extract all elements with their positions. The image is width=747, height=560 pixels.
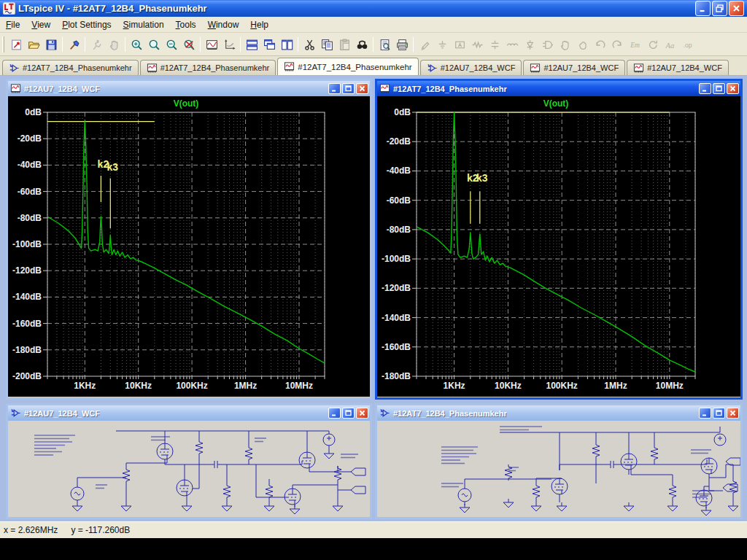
diode-icon: [524, 39, 536, 51]
fft-plot-12au7[interactable]: 0dB-20dB-40dB-60dB-80dB-100dB-120dB-140d…: [8, 96, 370, 397]
tab-5--12au7-12b4-wcf[interactable]: #12AU7_12B4_WCF: [627, 60, 729, 75]
toolbar-new-schematic-button[interactable]: [7, 36, 25, 53]
toolbar-open-button[interactable]: [25, 36, 42, 53]
svg-text:100KHz: 100KHz: [176, 381, 207, 391]
child-maximize-button[interactable]: [342, 83, 355, 94]
halt-icon: [108, 39, 120, 51]
child-minimize-button[interactable]: [699, 83, 711, 94]
child-maximize-button[interactable]: [342, 408, 355, 419]
child-title-bar[interactable]: #12AT7_12B4_Phasenumkehr: [377, 405, 740, 421]
child-close-button[interactable]: [356, 83, 368, 94]
child-title-bar[interactable]: #12AU7_12B4_WCF: [8, 81, 370, 96]
svg-text:-100dB: -100dB: [382, 254, 411, 264]
svg-text:10KHz: 10KHz: [495, 381, 522, 391]
svg-text:Em: Em: [630, 41, 640, 49]
svg-text:1MHz: 1MHz: [234, 381, 257, 391]
svg-text:10MHz: 10MHz: [285, 381, 313, 391]
menu-help[interactable]: Help: [244, 18, 274, 31]
waveform-pane[interactable]: 0dB-20dB-40dB-60dB-80dB-100dB-120dB-140d…: [377, 96, 740, 397]
svg-text:-140dB: -140dB: [12, 292, 42, 302]
spice-directive-icon: .op: [681, 39, 694, 51]
toolbar-separator: [62, 37, 63, 52]
inductor-icon: [506, 39, 519, 51]
child-minimize-button[interactable]: [328, 83, 341, 94]
cut-icon: [303, 39, 316, 51]
svg-text:-180dB: -180dB: [382, 371, 411, 381]
toolbar-inductor-button: [503, 36, 521, 53]
child-close-button[interactable]: [727, 83, 739, 94]
toolbar-mirror-button: Em: [626, 36, 643, 53]
child-title-bar[interactable]: #12AT7_12B4_Phasenumkehr: [377, 81, 740, 96]
minimize-button[interactable]: [695, 1, 711, 16]
menu-simulation[interactable]: Simulation: [117, 18, 170, 31]
menu-file[interactable]: File: [0, 18, 26, 31]
toolbar-print-button[interactable]: [393, 36, 411, 53]
child-title-bar[interactable]: #12AU7_12B4_WCF: [8, 405, 370, 421]
svg-text:Aa: Aa: [665, 41, 674, 49]
tab-0--12at7-12b4-phasenumkehr[interactable]: #12AT7_12B4_Phasenumkehr: [2, 60, 139, 75]
child-close-button[interactable]: [356, 408, 368, 419]
fft-plot-12at7[interactable]: 0dB-20dB-40dB-60dB-80dB-100dB-120dB-140d…: [377, 96, 740, 397]
plot-icon: [633, 63, 644, 74]
toolbar-save-button[interactable]: [42, 36, 60, 53]
menu-view[interactable]: View: [26, 18, 56, 31]
toolbar-zoom-undo-button[interactable]: [180, 36, 198, 53]
toolbar-zoom-out-button[interactable]: [163, 36, 180, 53]
toolbar-cascade-button[interactable]: [260, 36, 278, 53]
move-icon: [559, 39, 571, 51]
child-maximize-button[interactable]: [713, 83, 725, 94]
toolbar-zoom-full-button[interactable]: [145, 36, 163, 53]
close-button[interactable]: [729, 1, 744, 16]
tab-1--12at7-12b4-phasenumkehr[interactable]: #12AT7_12B4_Phasenumkehr: [140, 60, 276, 75]
schematic-drawing-12at7[interactable]: [377, 421, 740, 516]
control-panel-icon: [68, 39, 80, 51]
toolbar-control-panel-button[interactable]: [65, 36, 82, 53]
tab-3--12au7-12b4-wcf[interactable]: #12AU7_12B4_WCF: [420, 60, 522, 75]
toolbar-run-button: [88, 36, 105, 53]
toolbar-plot-settings-button[interactable]: [203, 36, 220, 53]
toolbar-copy-button[interactable]: [318, 36, 336, 53]
cursor-x-readout: x = 2.626MHz: [4, 525, 58, 535]
menu-window[interactable]: Window: [202, 18, 245, 31]
ltspice-main-window: LTspice IV - #12AT7_12B4_Phasenumkehr Fi…: [0, 0, 747, 538]
restore-button[interactable]: [712, 1, 727, 16]
child-minimize-button[interactable]: [699, 408, 711, 419]
tab-2--12at7-12b4-phasenumkehr[interactable]: #12AT7_12B4_Phasenumkehr: [277, 58, 418, 75]
tab-label: #12AT7_12B4_Phasenumkehr: [298, 63, 411, 71]
toolbar-paste-button: [336, 36, 353, 53]
schematic-pane[interactable]: [8, 421, 370, 516]
plot-icon: [147, 63, 158, 74]
toolbar-cut-button[interactable]: [301, 36, 318, 53]
child-maximize-button[interactable]: [713, 408, 725, 419]
tab-4--12au7-12b4-wcf[interactable]: #12AU7_12B4_WCF: [523, 60, 625, 75]
toolbar-wire-button: [416, 36, 433, 53]
toolbar-tile-horizontal-button[interactable]: [243, 36, 260, 53]
menu-plot-settings[interactable]: Plot Settings: [56, 18, 117, 31]
child-minimize-button[interactable]: [328, 408, 341, 419]
mirror-icon: Em: [629, 39, 641, 51]
svg-text:-60dB: -60dB: [18, 187, 42, 197]
menu-tools[interactable]: Tools: [170, 18, 202, 31]
svg-text:-20dB: -20dB: [18, 133, 42, 144]
toolbar-autorange-button[interactable]: [220, 36, 238, 53]
toolbar-tile-vertical-button[interactable]: [278, 36, 295, 53]
toolbar-find-button[interactable]: [353, 36, 371, 53]
print-preview-icon: [379, 39, 391, 51]
schematic-pane[interactable]: [377, 421, 740, 516]
svg-text:k3: k3: [107, 161, 119, 173]
child-window-title: #12AT7_12B4_Phasenumkehr: [393, 85, 507, 93]
toolbar-print-preview-button[interactable]: [376, 36, 393, 53]
schematic-drawing-12au7[interactable]: [8, 421, 370, 516]
toolbar-move-button: [556, 36, 573, 53]
legend-vout[interactable]: V(out): [543, 98, 569, 109]
plot-icon: [530, 63, 541, 74]
toolbar-grip[interactable]: [2, 36, 4, 52]
toolbar-zoom-in-button[interactable]: [128, 36, 145, 53]
save-icon: [45, 39, 58, 51]
status-bar: x = 2.626MHz y = -117.260dB: [0, 521, 747, 538]
net-label-icon: [454, 39, 466, 51]
legend-vout[interactable]: V(out): [174, 98, 199, 109]
waveform-pane[interactable]: 0dB-20dB-40dB-60dB-80dB-100dB-120dB-140d…: [8, 96, 370, 397]
child-close-button[interactable]: [727, 408, 739, 419]
svg-text:100KHz: 100KHz: [546, 381, 578, 391]
